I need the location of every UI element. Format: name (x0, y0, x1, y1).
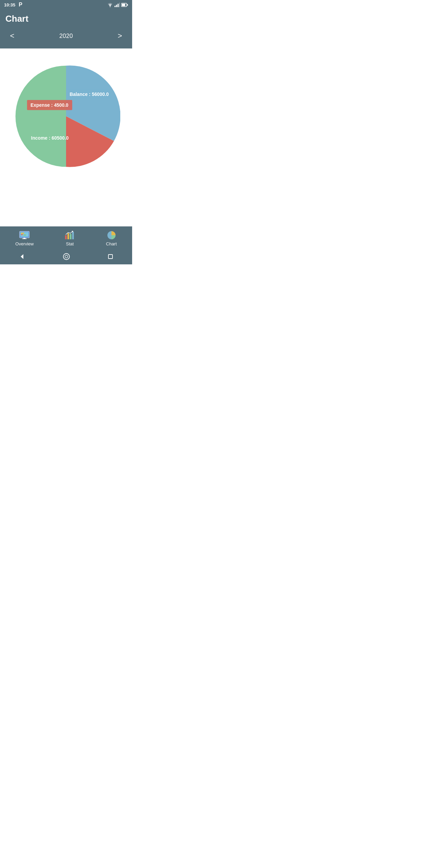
stat-icon-svg (64, 230, 75, 240)
stat-label: Stat (66, 241, 74, 246)
home-button[interactable] (63, 253, 70, 260)
overview-icon (19, 230, 30, 240)
chart-label: Chart (106, 241, 117, 246)
signal-icon (115, 3, 120, 7)
nav-item-overview[interactable]: Overview (8, 228, 40, 249)
system-navigation (0, 250, 132, 264)
recents-button[interactable] (107, 254, 113, 260)
wifi-icon (107, 3, 113, 7)
pie-chart-svg: Balance : 56000.0 Expense : 4500.0 Incom… (12, 62, 120, 170)
svg-point-25 (65, 255, 68, 258)
svg-point-24 (63, 254, 69, 260)
expense-label: Expense : 4500.0 (30, 102, 68, 108)
svg-rect-19 (67, 233, 69, 239)
next-year-button[interactable]: > (113, 30, 127, 42)
svg-rect-18 (65, 235, 67, 239)
battery-icon (121, 3, 128, 7)
stat-icon (64, 230, 75, 240)
svg-rect-14 (21, 234, 23, 235)
pie-chart-container: Balance : 56000.0 Expense : 4500.0 Incom… (12, 62, 120, 170)
nav-item-chart[interactable]: Chart (99, 228, 124, 249)
overview-label: Overview (15, 241, 34, 246)
balance-label: Balance : 56000.0 (69, 92, 109, 97)
main-content: Balance : 56000.0 Expense : 4500.0 Incom… (0, 48, 132, 226)
chart-icon (106, 230, 117, 240)
svg-rect-17 (22, 238, 27, 239)
svg-rect-26 (108, 255, 112, 259)
svg-marker-23 (21, 254, 23, 259)
svg-rect-1 (115, 6, 116, 7)
status-bar-right (107, 3, 128, 7)
year-navigation: < 2020 > (5, 29, 127, 43)
nav-item-stat[interactable]: Stat (58, 228, 82, 249)
app-header: Chart < 2020 > (0, 9, 132, 48)
income-label: Income : 60500.0 (31, 135, 69, 141)
back-button[interactable] (19, 253, 25, 260)
page-title: Chart (5, 14, 127, 24)
svg-rect-4 (119, 3, 120, 7)
svg-rect-3 (118, 4, 119, 7)
svg-rect-21 (72, 232, 74, 239)
svg-rect-20 (70, 234, 71, 239)
overview-icon-svg (19, 230, 30, 240)
time-display: 10:35 (4, 2, 15, 7)
svg-rect-6 (122, 4, 125, 6)
svg-rect-13 (21, 233, 24, 234)
year-label: 2020 (59, 33, 73, 40)
status-bar-left: 10:35 P (4, 2, 22, 8)
svg-rect-7 (127, 4, 128, 6)
bottom-navigation: Overview Stat Ch (0, 226, 132, 250)
income-slice (16, 66, 66, 167)
svg-rect-15 (24, 234, 26, 236)
prev-year-button[interactable]: < (5, 30, 19, 42)
app-indicator: P (19, 2, 22, 8)
svg-point-0 (110, 6, 110, 7)
chart-icon-svg (106, 230, 117, 240)
status-bar: 10:35 P (0, 0, 132, 9)
svg-rect-2 (116, 5, 117, 7)
